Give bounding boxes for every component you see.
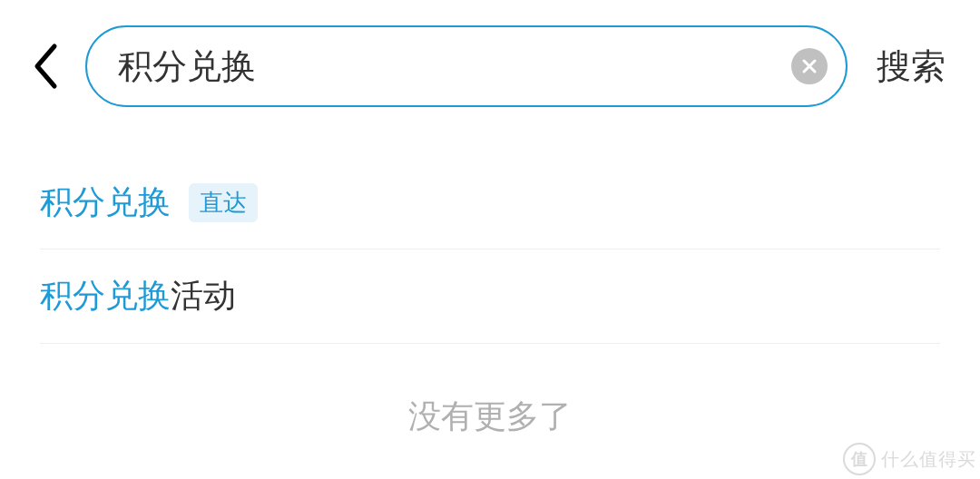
no-more-results-label: 没有更多了 [40,395,940,439]
result-highlight: 积分兑换 [40,277,171,314]
close-icon [801,58,818,74]
search-input[interactable] [118,47,777,86]
search-field-container [85,25,848,107]
search-result-row[interactable]: 积分兑换 直达 [40,171,940,249]
result-plain: 活动 [171,277,236,314]
back-button[interactable] [27,39,64,93]
result-highlight: 积分兑换 [40,183,171,220]
search-header: 搜索 [0,0,980,107]
watermark-logo-icon: 值 [843,443,876,475]
search-result-text: 积分兑换 [40,180,171,225]
watermark: 值 什么值得买 [843,443,976,475]
direct-tag: 直达 [189,183,258,222]
search-result-row[interactable]: 积分兑换活动 [40,249,940,343]
search-result-text: 积分兑换活动 [40,273,236,318]
clear-search-button[interactable] [791,48,828,84]
watermark-text: 什么值得买 [881,447,976,472]
search-results-list: 积分兑换 直达 积分兑换活动 没有更多了 [0,107,980,439]
chevron-left-icon [32,43,59,90]
search-button[interactable]: 搜索 [869,44,953,90]
